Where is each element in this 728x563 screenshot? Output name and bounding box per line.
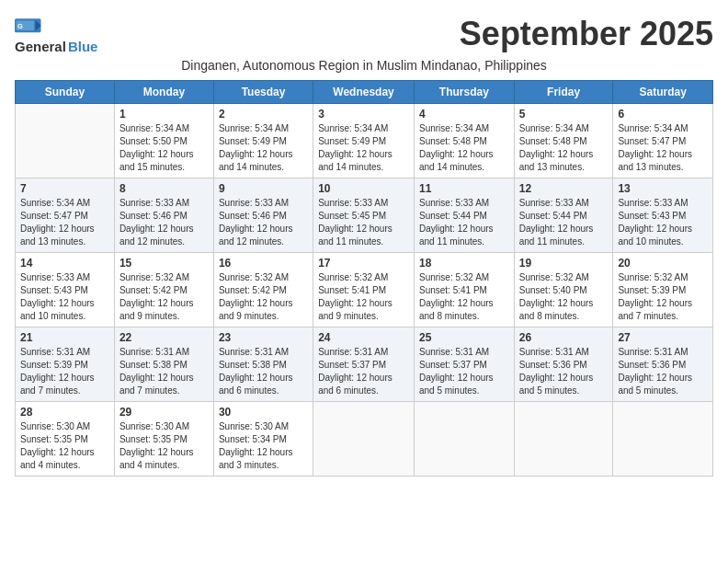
calendar-cell: 10Sunrise: 5:33 AMSunset: 5:45 PMDayligh… — [313, 178, 415, 253]
day-details: Sunrise: 5:33 AMSunset: 5:45 PMDaylight:… — [318, 197, 409, 248]
day-number: 4 — [419, 108, 509, 121]
day-number: 14 — [20, 257, 109, 270]
day-details: Sunrise: 5:31 AMSunset: 5:37 PMDaylight:… — [318, 346, 409, 397]
day-details: Sunrise: 5:32 AMSunset: 5:42 PMDaylight:… — [119, 271, 209, 323]
calendar-cell: 20Sunrise: 5:32 AMSunset: 5:39 PMDayligh… — [613, 253, 713, 327]
day-details: Sunrise: 5:31 AMSunset: 5:36 PMDaylight:… — [519, 346, 609, 397]
calendar-cell — [16, 104, 115, 178]
calendar-cell: 7Sunrise: 5:34 AMSunset: 5:47 PMDaylight… — [16, 178, 115, 253]
header-friday: Friday — [514, 81, 613, 104]
calendar-cell: 30Sunrise: 5:30 AMSunset: 5:34 PMDayligh… — [213, 402, 313, 477]
calendar-cell: 3Sunrise: 5:34 AMSunset: 5:49 PMDaylight… — [313, 104, 415, 178]
day-details: Sunrise: 5:33 AMSunset: 5:44 PMDaylight:… — [519, 197, 609, 248]
day-details: Sunrise: 5:33 AMSunset: 5:46 PMDaylight:… — [119, 197, 209, 248]
calendar-cell: 19Sunrise: 5:32 AMSunset: 5:40 PMDayligh… — [514, 253, 613, 327]
day-number: 7 — [20, 182, 109, 195]
calendar-cell: 4Sunrise: 5:34 AMSunset: 5:48 PMDaylight… — [414, 104, 514, 178]
day-details: Sunrise: 5:33 AMSunset: 5:43 PMDaylight:… — [20, 271, 109, 323]
calendar-cell: 2Sunrise: 5:34 AMSunset: 5:49 PMDaylight… — [213, 104, 313, 178]
calendar-cell: 28Sunrise: 5:30 AMSunset: 5:35 PMDayligh… — [16, 402, 115, 477]
day-number: 28 — [20, 406, 109, 419]
logo: G General Blue — [15, 18, 97, 54]
day-number: 9 — [219, 182, 308, 195]
logo-icon: G — [15, 18, 42, 37]
day-number: 11 — [419, 182, 509, 195]
day-details: Sunrise: 5:32 AMSunset: 5:40 PMDaylight:… — [519, 271, 609, 323]
day-details: Sunrise: 5:30 AMSunset: 5:35 PMDaylight:… — [119, 420, 209, 472]
day-number: 20 — [618, 257, 708, 270]
day-number: 2 — [219, 108, 308, 121]
month-title: September 2025 — [460, 15, 713, 53]
header-sunday: Sunday — [16, 81, 115, 104]
calendar-week-3: 21Sunrise: 5:31 AMSunset: 5:39 PMDayligh… — [16, 327, 713, 402]
day-number: 19 — [519, 257, 609, 270]
calendar-week-2: 14Sunrise: 5:33 AMSunset: 5:43 PMDayligh… — [16, 253, 713, 327]
svg-text:G: G — [17, 22, 23, 30]
day-number: 8 — [119, 182, 209, 195]
day-number: 17 — [318, 257, 409, 270]
day-number: 16 — [219, 257, 308, 270]
day-number: 25 — [419, 331, 509, 344]
day-number: 30 — [219, 406, 308, 419]
calendar-cell: 23Sunrise: 5:31 AMSunset: 5:38 PMDayligh… — [213, 327, 313, 402]
header-saturday: Saturday — [613, 81, 713, 104]
day-details: Sunrise: 5:34 AMSunset: 5:48 PMDaylight:… — [419, 122, 509, 174]
day-number: 24 — [318, 331, 409, 344]
day-details: Sunrise: 5:33 AMSunset: 5:43 PMDaylight:… — [618, 197, 708, 248]
day-details: Sunrise: 5:31 AMSunset: 5:37 PMDaylight:… — [419, 346, 509, 397]
calendar-cell: 12Sunrise: 5:33 AMSunset: 5:44 PMDayligh… — [514, 178, 613, 253]
calendar-cell: 27Sunrise: 5:31 AMSunset: 5:36 PMDayligh… — [613, 327, 713, 402]
calendar-cell: 13Sunrise: 5:33 AMSunset: 5:43 PMDayligh… — [613, 178, 713, 253]
day-number: 3 — [318, 108, 409, 121]
calendar-cell: 25Sunrise: 5:31 AMSunset: 5:37 PMDayligh… — [414, 327, 514, 402]
day-number: 5 — [519, 108, 609, 121]
day-details: Sunrise: 5:34 AMSunset: 5:48 PMDaylight:… — [519, 122, 609, 174]
day-details: Sunrise: 5:32 AMSunset: 5:42 PMDaylight:… — [219, 271, 308, 323]
day-number: 18 — [419, 257, 509, 270]
calendar-cell: 14Sunrise: 5:33 AMSunset: 5:43 PMDayligh… — [16, 253, 115, 327]
day-number: 29 — [119, 406, 209, 419]
calendar-cell: 29Sunrise: 5:30 AMSunset: 5:35 PMDayligh… — [114, 402, 213, 477]
calendar-cell: 6Sunrise: 5:34 AMSunset: 5:47 PMDaylight… — [613, 104, 713, 178]
calendar-cell: 9Sunrise: 5:33 AMSunset: 5:46 PMDaylight… — [213, 178, 313, 253]
day-details: Sunrise: 5:31 AMSunset: 5:36 PMDaylight:… — [618, 346, 708, 397]
calendar-cell: 21Sunrise: 5:31 AMSunset: 5:39 PMDayligh… — [16, 327, 115, 402]
calendar-subtitle: Dinganen, Autonomous Region in Muslim Mi… — [15, 58, 713, 73]
day-details: Sunrise: 5:30 AMSunset: 5:35 PMDaylight:… — [20, 420, 109, 472]
day-details: Sunrise: 5:34 AMSunset: 5:49 PMDaylight:… — [219, 122, 308, 174]
header-monday: Monday — [114, 81, 213, 104]
day-number: 10 — [318, 182, 409, 195]
header-wednesday: Wednesday — [313, 81, 415, 104]
day-number: 21 — [20, 331, 109, 344]
calendar-cell: 11Sunrise: 5:33 AMSunset: 5:44 PMDayligh… — [414, 178, 514, 253]
logo-general-text: General — [15, 39, 66, 54]
calendar-cell — [613, 402, 713, 477]
calendar-cell: 22Sunrise: 5:31 AMSunset: 5:38 PMDayligh… — [114, 327, 213, 402]
day-details: Sunrise: 5:32 AMSunset: 5:41 PMDaylight:… — [318, 271, 409, 323]
day-number: 23 — [219, 331, 308, 344]
calendar-cell: 8Sunrise: 5:33 AMSunset: 5:46 PMDaylight… — [114, 178, 213, 253]
calendar-week-4: 28Sunrise: 5:30 AMSunset: 5:35 PMDayligh… — [16, 402, 713, 477]
calendar-cell — [514, 402, 613, 477]
calendar-cell: 18Sunrise: 5:32 AMSunset: 5:41 PMDayligh… — [414, 253, 514, 327]
calendar-cell: 26Sunrise: 5:31 AMSunset: 5:36 PMDayligh… — [514, 327, 613, 402]
calendar-cell: 24Sunrise: 5:31 AMSunset: 5:37 PMDayligh… — [313, 327, 415, 402]
day-number: 12 — [519, 182, 609, 195]
header-thursday: Thursday — [414, 81, 514, 104]
day-number: 27 — [618, 331, 708, 344]
day-details: Sunrise: 5:32 AMSunset: 5:39 PMDaylight:… — [618, 271, 708, 323]
logo-blue-text: Blue — [68, 39, 98, 54]
calendar-cell: 17Sunrise: 5:32 AMSunset: 5:41 PMDayligh… — [313, 253, 415, 327]
day-details: Sunrise: 5:33 AMSunset: 5:44 PMDaylight:… — [419, 197, 509, 248]
day-number: 22 — [119, 331, 209, 344]
header-tuesday: Tuesday — [213, 81, 313, 104]
day-details: Sunrise: 5:34 AMSunset: 5:47 PMDaylight:… — [20, 197, 109, 248]
day-details: Sunrise: 5:34 AMSunset: 5:49 PMDaylight:… — [318, 122, 409, 174]
day-number: 6 — [618, 108, 708, 121]
day-details: Sunrise: 5:33 AMSunset: 5:46 PMDaylight:… — [219, 197, 308, 248]
calendar-cell: 15Sunrise: 5:32 AMSunset: 5:42 PMDayligh… — [114, 253, 213, 327]
day-details: Sunrise: 5:34 AMSunset: 5:50 PMDaylight:… — [119, 122, 209, 174]
calendar-week-1: 7Sunrise: 5:34 AMSunset: 5:47 PMDaylight… — [16, 178, 713, 253]
calendar-header-row: SundayMondayTuesdayWednesdayThursdayFrid… — [16, 81, 713, 104]
day-details: Sunrise: 5:34 AMSunset: 5:47 PMDaylight:… — [618, 122, 708, 174]
